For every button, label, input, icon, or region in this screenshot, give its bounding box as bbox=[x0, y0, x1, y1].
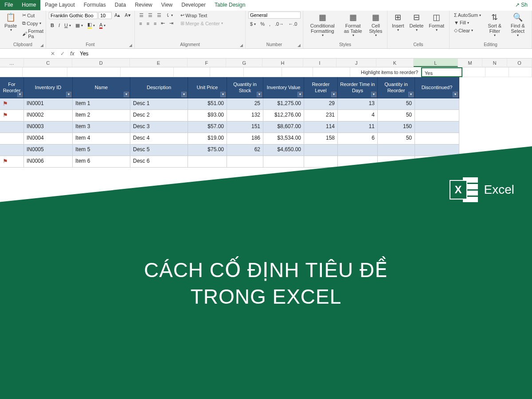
col-header[interactable]: C bbox=[24, 59, 73, 67]
align-left-button[interactable]: ≡ bbox=[137, 20, 144, 27]
th-quantity-stock[interactable]: Quantity in Stock▾ bbox=[227, 77, 263, 98]
table-row[interactable]: ⚑IN0002Item 2Desc 2$93.00132$12,276.0023… bbox=[0, 110, 532, 121]
fx-button[interactable]: fx bbox=[67, 51, 77, 57]
filter-icon[interactable]: ▾ bbox=[220, 92, 226, 97]
alignment-launcher[interactable]: ◢ bbox=[240, 43, 244, 47]
tab-review[interactable]: Review bbox=[130, 0, 156, 10]
decrease-font-button[interactable]: A▾ bbox=[123, 12, 132, 19]
table-row[interactable]: ⚑IN0001Item 1Desc 1$51.0025$1,275.002913… bbox=[0, 98, 532, 110]
th-reorder-days[interactable]: Reorder Time in Days▾ bbox=[338, 77, 378, 98]
filter-icon[interactable]: ▾ bbox=[453, 92, 458, 97]
tab-developer[interactable]: Developer bbox=[177, 0, 210, 10]
format-as-table-button[interactable]: ▦Format as Table▾ bbox=[341, 12, 365, 39]
formula-value[interactable]: Yes bbox=[77, 51, 89, 57]
highlight-value-cell[interactable]: Yes bbox=[421, 67, 462, 77]
cell-styles-button[interactable]: ▦Cell Styles▾ bbox=[367, 12, 384, 39]
decrease-decimal-button[interactable]: ←.0 bbox=[286, 20, 299, 27]
tab-file[interactable]: File bbox=[0, 0, 17, 10]
filter-icon[interactable]: ▾ bbox=[331, 92, 336, 97]
filter-icon[interactable]: ▾ bbox=[408, 92, 414, 97]
orientation-button[interactable]: ⤹▾ bbox=[164, 12, 175, 19]
th-quantity-reorder[interactable]: Quantity in Reorder▾ bbox=[378, 77, 415, 98]
formula-cancel[interactable]: ✕ bbox=[48, 51, 58, 57]
filter-icon[interactable]: ▾ bbox=[181, 92, 187, 97]
fill-button[interactable]: ▼ Fill ▾ bbox=[452, 19, 483, 26]
th-discontinued[interactable]: Discontinued?▾ bbox=[415, 77, 459, 98]
filter-icon[interactable]: ▾ bbox=[66, 92, 71, 97]
tab-data[interactable]: Data bbox=[110, 0, 130, 10]
th-reorder-level[interactable]: Reorder Level▾ bbox=[304, 77, 338, 98]
th-for-reorder[interactable]: For Reorder▾ bbox=[0, 77, 24, 98]
increase-indent-button[interactable]: ⇥ bbox=[168, 20, 175, 27]
filter-icon[interactable]: ▾ bbox=[257, 92, 262, 97]
table-row[interactable]: IN0004Item 4Desc 4$19.00186$3,534.001586… bbox=[0, 133, 532, 145]
col-header[interactable]: O bbox=[507, 59, 532, 67]
borders-button[interactable]: ▦▾ bbox=[74, 22, 85, 29]
cut-button[interactable]: ✂ Cut bbox=[20, 12, 45, 19]
table-row[interactable]: IN0005Item 5Desc 5$75.0062$4,650.00 bbox=[0, 145, 532, 156]
th-name[interactable]: Name▾ bbox=[73, 77, 130, 98]
align-bottom-button[interactable]: ☰ bbox=[155, 12, 163, 19]
underline-button[interactable]: U▾ bbox=[63, 22, 73, 29]
filter-icon[interactable]: ▾ bbox=[17, 92, 23, 97]
sort-filter-button[interactable]: ⇅Sort & Filter▾ bbox=[485, 12, 505, 39]
align-center-button[interactable]: ≡ bbox=[145, 20, 151, 27]
tab-home[interactable]: Home bbox=[17, 0, 40, 10]
clipboard-launcher[interactable]: ◢ bbox=[40, 43, 45, 47]
wrap-text-button[interactable]: ↩ Wrap Text bbox=[179, 12, 225, 19]
th-description[interactable]: Description▾ bbox=[130, 77, 188, 98]
format-painter-button[interactable]: 🖌 Format Pa bbox=[20, 27, 45, 40]
comma-button[interactable]: , bbox=[267, 20, 272, 27]
col-header[interactable]: … bbox=[0, 59, 24, 67]
delete-cells-button[interactable]: ⊟Delete▾ bbox=[408, 12, 426, 33]
decrease-indent-button[interactable]: ⇤ bbox=[159, 20, 167, 27]
bold-button[interactable]: B bbox=[49, 22, 56, 29]
col-header[interactable]: M bbox=[458, 59, 483, 67]
format-cells-button[interactable]: ◫Format▾ bbox=[427, 12, 446, 33]
filter-icon[interactable]: ▾ bbox=[124, 92, 129, 97]
formula-enter[interactable]: ✓ bbox=[58, 51, 67, 57]
col-header[interactable]: I bbox=[303, 59, 337, 67]
tab-page-layout[interactable]: Page Layout bbox=[40, 0, 79, 10]
table-row[interactable]: IN0003Item 3Desc 3$57.00151$8,607.001141… bbox=[0, 121, 532, 133]
accounting-button[interactable]: $▾ bbox=[248, 20, 258, 27]
italic-button[interactable]: I bbox=[57, 22, 62, 29]
worksheet[interactable]: Highlight items to reorder? Yes For Reor… bbox=[0, 67, 532, 168]
th-unit-price[interactable]: Unit Price▾ bbox=[188, 77, 227, 98]
conditional-formatting-button[interactable]: ▦Conditional Formatting▾ bbox=[306, 12, 339, 39]
percent-button[interactable]: % bbox=[258, 20, 266, 27]
number-format-combo[interactable] bbox=[248, 12, 301, 19]
autosum-button[interactable]: Σ AutoSum ▾ bbox=[452, 12, 483, 19]
insert-cells-button[interactable]: ⊞Insert▾ bbox=[390, 12, 406, 33]
font-launcher[interactable]: ◢ bbox=[129, 43, 133, 47]
align-middle-button[interactable]: ☰ bbox=[146, 12, 154, 19]
find-select-button[interactable]: 🔍Find & Select▾ bbox=[507, 12, 529, 39]
copy-button[interactable]: ⧉ Copy ▾ bbox=[20, 20, 45, 27]
share-button[interactable]: ↗ Sh bbox=[511, 0, 532, 10]
col-header[interactable]: G bbox=[226, 59, 262, 67]
filter-icon[interactable]: ▾ bbox=[297, 92, 303, 97]
col-header-selected[interactable]: L bbox=[414, 59, 458, 67]
col-header[interactable]: K bbox=[376, 59, 414, 67]
tab-table-design[interactable]: Table Design bbox=[210, 0, 250, 10]
col-header[interactable]: H bbox=[262, 59, 303, 67]
th-inventory-id[interactable]: Inventory ID▾ bbox=[24, 77, 73, 98]
font-size-combo[interactable] bbox=[98, 12, 112, 19]
fill-color-button[interactable]: ◧▾ bbox=[86, 21, 97, 30]
font-color-button[interactable]: A▾ bbox=[98, 21, 107, 30]
col-header[interactable]: F bbox=[188, 59, 227, 67]
merge-center-button[interactable]: ⊞ Merge & Center ▾ bbox=[179, 20, 225, 27]
tab-view[interactable]: View bbox=[156, 0, 177, 10]
increase-font-button[interactable]: A▴ bbox=[113, 12, 122, 19]
clear-button[interactable]: ◇ Clear ▾ bbox=[452, 27, 483, 34]
col-header[interactable]: N bbox=[482, 59, 507, 67]
tab-formulas[interactable]: Formulas bbox=[79, 0, 110, 10]
filter-icon[interactable]: ▾ bbox=[371, 92, 376, 97]
col-header[interactable]: D bbox=[72, 59, 130, 67]
col-header[interactable]: E bbox=[130, 59, 188, 67]
align-right-button[interactable]: ≡ bbox=[152, 20, 158, 27]
align-top-button[interactable]: ☰ bbox=[137, 12, 145, 19]
increase-decimal-button[interactable]: .0→ bbox=[273, 20, 286, 27]
number-launcher[interactable]: ◢ bbox=[297, 43, 302, 47]
font-name-combo[interactable] bbox=[49, 12, 98, 19]
